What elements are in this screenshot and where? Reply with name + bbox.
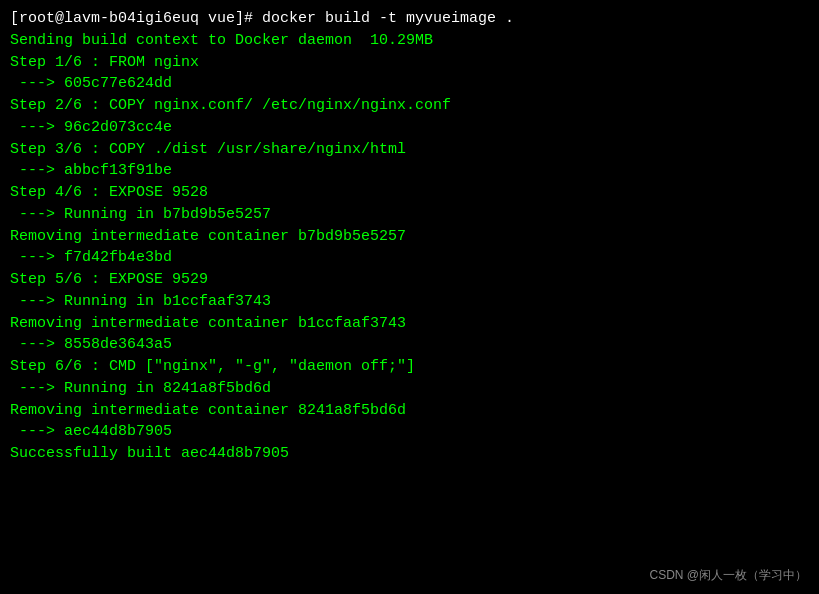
terminal-line: Successfully built aec44d8b7905 <box>10 443 809 465</box>
terminal-window: [root@lavm-b04igi6euq vue]# docker build… <box>0 0 819 594</box>
terminal-line: Removing intermediate container b1ccfaaf… <box>10 313 809 335</box>
terminal-line: ---> 96c2d073cc4e <box>10 117 809 139</box>
terminal-line: ---> Running in b7bd9b5e5257 <box>10 204 809 226</box>
terminal-line: ---> 8558de3643a5 <box>10 334 809 356</box>
terminal-line: Step 6/6 : CMD ["nginx", "-g", "daemon o… <box>10 356 809 378</box>
terminal-line: Removing intermediate container b7bd9b5e… <box>10 226 809 248</box>
terminal-line: ---> abbcf13f91be <box>10 160 809 182</box>
terminal-line: [root@lavm-b04igi6euq vue]# docker build… <box>10 8 809 30</box>
terminal-line: Step 2/6 : COPY nginx.conf/ /etc/nginx/n… <box>10 95 809 117</box>
terminal-line: ---> Running in b1ccfaaf3743 <box>10 291 809 313</box>
terminal-line: ---> 605c77e624dd <box>10 73 809 95</box>
terminal-line: ---> Running in 8241a8f5bd6d <box>10 378 809 400</box>
terminal-line: Step 5/6 : EXPOSE 9529 <box>10 269 809 291</box>
terminal-line: ---> f7d42fb4e3bd <box>10 247 809 269</box>
terminal-line: Step 1/6 : FROM nginx <box>10 52 809 74</box>
terminal-line: ---> aec44d8b7905 <box>10 421 809 443</box>
watermark: CSDN @闲人一枚（学习中） <box>649 567 807 584</box>
terminal-line: Step 4/6 : EXPOSE 9528 <box>10 182 809 204</box>
terminal-line: Removing intermediate container 8241a8f5… <box>10 400 809 422</box>
terminal-line: Step 3/6 : COPY ./dist /usr/share/nginx/… <box>10 139 809 161</box>
terminal-line: Sending build context to Docker daemon 1… <box>10 30 809 52</box>
